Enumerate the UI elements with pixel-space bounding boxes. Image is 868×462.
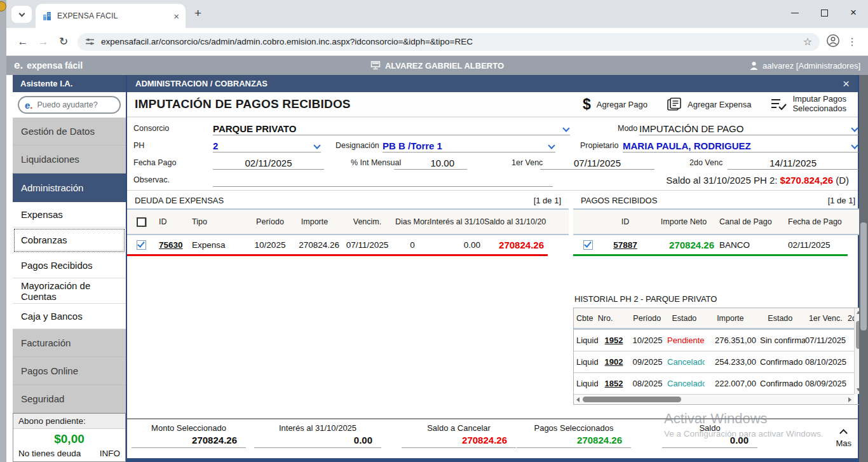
observac-label: Observac. bbox=[133, 175, 170, 184]
operator-name: ALVAREZ GABRIEL ALBERTO bbox=[385, 61, 504, 71]
summary-label: Saldo a Cancelar bbox=[402, 423, 516, 433]
sidebar-item-cobranzas[interactable]: Cobranzas bbox=[13, 228, 126, 253]
hist-venc1: 07/11/2025 bbox=[805, 336, 850, 345]
sidebar-item-pagos-online[interactable]: Pagos Online bbox=[13, 357, 126, 385]
deuda-saldo: 270824.26 bbox=[484, 240, 546, 250]
int-mensual-value: 10.00 bbox=[394, 158, 467, 168]
page-scroll-thumb[interactable] bbox=[860, 222, 867, 330]
browser-menu-icon[interactable]: ⋮ bbox=[843, 36, 862, 48]
col-interes: Interés al 31/10/2025 bbox=[430, 217, 484, 227]
hist-estado2: Sin confirmar bbox=[758, 336, 805, 345]
breadcrumb: ADMINISTRACION / COBRANZAS bbox=[135, 79, 268, 88]
pago-id-link[interactable]: 57887 bbox=[613, 240, 637, 250]
historial-row: Liquidación 1952 10/2025 Pendiente 276.3… bbox=[574, 329, 854, 351]
propietario-value: MARIA PAULA, RODRIGUEZ bbox=[623, 140, 851, 151]
sidebar-item-gestion-de-datos[interactable]: Gestión de Datos bbox=[13, 118, 126, 146]
col-vencim: Vencim. bbox=[339, 217, 395, 227]
observac-input[interactable] bbox=[213, 173, 553, 187]
historial-title: HISTORIAL PH 2 - PARQUE PRIVATO bbox=[573, 294, 863, 308]
new-tab-button[interactable]: + bbox=[194, 6, 201, 20]
add-payment-button[interactable]: $ Agregar Pago bbox=[583, 96, 648, 113]
col-importe-neto: Importe Neto bbox=[648, 217, 719, 227]
sidebar-item-liquidaciones[interactable]: Liquidaciones bbox=[13, 146, 126, 173]
add-expense-button[interactable]: Agregar Expensa bbox=[667, 97, 751, 111]
abono-info-link[interactable]: INFO bbox=[100, 449, 120, 458]
browser-window: EXPENSA FACIL × + × ← → ↻ ex bbox=[6, 0, 868, 462]
impute-label-line1: Imputar Pagos bbox=[792, 94, 846, 104]
deuda-interes: 0.00 bbox=[430, 240, 484, 250]
bookmark-star-icon[interactable]: ☆ bbox=[803, 36, 812, 48]
chevron-down-icon bbox=[851, 125, 858, 132]
modo-select[interactable]: IMPUTACIÓN DE PAGO bbox=[639, 121, 858, 135]
list-check-icon bbox=[770, 98, 787, 111]
page-vertical-scrollbar[interactable] bbox=[859, 75, 868, 462]
hist-cbte: Liquidación bbox=[574, 357, 598, 367]
int-mensual-input[interactable]: 10.00 bbox=[394, 156, 467, 170]
summary-label: Interés al 31/10/2025 bbox=[254, 423, 381, 433]
tab-close-icon[interactable]: × bbox=[173, 11, 179, 21]
select-all-checkbox[interactable] bbox=[137, 217, 146, 227]
window-maximize-button[interactable] bbox=[810, 0, 839, 25]
tab-title: EXPENSA FACIL bbox=[57, 11, 168, 20]
hist-nro-link[interactable]: 1852 bbox=[605, 379, 623, 388]
row-checkbox[interactable] bbox=[137, 240, 146, 250]
tab-search-button[interactable] bbox=[11, 6, 32, 23]
sidebar-item-pagos-recibidos[interactable]: Pagos Recibidos bbox=[13, 253, 126, 278]
summary-value: 270824.26 bbox=[517, 435, 631, 445]
col-importe: Importe bbox=[704, 314, 757, 323]
hist-nro-link[interactable]: 1952 bbox=[605, 336, 623, 345]
horizontal-scroll-thumb[interactable] bbox=[583, 397, 681, 402]
col-canal: Canal de Pago bbox=[719, 217, 788, 227]
summary-label: Monto Seleccionado bbox=[132, 423, 246, 433]
sidebar-item-caja-y-bancos[interactable]: Caja y Bancos bbox=[13, 304, 126, 329]
scroll-right-icon[interactable] bbox=[848, 397, 851, 402]
historial-horizontal-scrollbar[interactable] bbox=[574, 394, 854, 404]
operator-indicator: ALVAREZ GABRIEL ALBERTO bbox=[370, 61, 504, 71]
hist-estado2: Confirmado bbox=[758, 379, 805, 388]
fecha-pago-input[interactable]: 02/11/2025 bbox=[213, 156, 324, 170]
app-brand[interactable]: e. expensa fácil bbox=[14, 59, 83, 72]
window-minimize-button[interactable] bbox=[780, 0, 810, 25]
summary-value: 0.00 bbox=[254, 435, 381, 445]
sidebar-item-facturacion[interactable]: Facturación bbox=[13, 329, 126, 357]
impute-selected-payments-button[interactable]: Imputar Pagos Seleccionados bbox=[770, 95, 846, 114]
deuda-dias-mora: 0 bbox=[395, 240, 430, 250]
deuda-title: DEUDA DE EXPENSAS bbox=[135, 196, 224, 205]
designacion-select[interactable]: PB B /Torre 1 bbox=[383, 139, 555, 153]
sidebar-item-mayorizacion-de-cuentas[interactable]: Mayorización de Cuentas bbox=[13, 278, 126, 304]
propietario-select[interactable]: MARIA PAULA, RODRIGUEZ bbox=[623, 139, 858, 153]
sidebar-item-expensas[interactable]: Expensas bbox=[13, 202, 126, 228]
row-checkbox[interactable] bbox=[583, 240, 593, 250]
url-bar[interactable]: expensafacil.ar/consorcio/cs/admin/admin… bbox=[78, 33, 820, 51]
sidebar-item-label: Seguridad bbox=[21, 393, 64, 404]
forward-button[interactable]: → bbox=[33, 36, 53, 48]
pago-importe-neto: 270824.26 bbox=[648, 240, 719, 250]
sidebar-item-seguridad[interactable]: Seguridad bbox=[13, 385, 126, 413]
reload-button[interactable]: ↻ bbox=[53, 35, 74, 48]
site-settings-tune-icon bbox=[85, 37, 95, 46]
profile-button[interactable] bbox=[824, 34, 843, 50]
ph-select[interactable]: 2 bbox=[213, 139, 321, 153]
col-periodo: Período bbox=[629, 314, 665, 323]
user-menu[interactable]: aalvarez [Administradores] bbox=[749, 61, 860, 71]
pagos-title: PAGOS RECIBIDOS bbox=[581, 196, 657, 205]
historial-row: Liquidación 1902 09/2025 Cancelado 254.2… bbox=[574, 351, 854, 372]
hist-nro-link[interactable]: 1902 bbox=[605, 357, 623, 367]
venc2-input[interactable]: 14/11/2025 bbox=[728, 156, 858, 170]
browser-tab[interactable]: EXPENSA FACIL × bbox=[36, 4, 186, 28]
window-close-button[interactable]: × bbox=[839, 0, 868, 25]
summary-saldo-a-cancelar: Saldo a Cancelar 270824.26 bbox=[402, 423, 516, 448]
assistant-input[interactable]: e. Puedo ayudarte? bbox=[18, 96, 121, 114]
panel-close-icon[interactable]: × bbox=[843, 77, 850, 91]
chevron-down-icon bbox=[18, 10, 25, 17]
scroll-left-icon[interactable] bbox=[576, 397, 580, 402]
more-button[interactable]: Mas bbox=[836, 426, 851, 448]
deuda-id-link[interactable]: 75630 bbox=[159, 240, 183, 250]
back-button[interactable]: ← bbox=[13, 36, 33, 48]
chevron-down-icon bbox=[562, 125, 569, 132]
sidebar-item-administracion[interactable]: Administración bbox=[13, 173, 126, 202]
payment-form: Consorcio PARQUE PRIVATO Modo IMPUTACIÓN… bbox=[127, 118, 858, 191]
consorcio-select[interactable]: PARQUE PRIVATO bbox=[213, 121, 570, 135]
venc1-input[interactable]: 07/11/2025 bbox=[540, 156, 654, 170]
desktop-shortcut-icon[interactable] bbox=[0, 1, 6, 11]
